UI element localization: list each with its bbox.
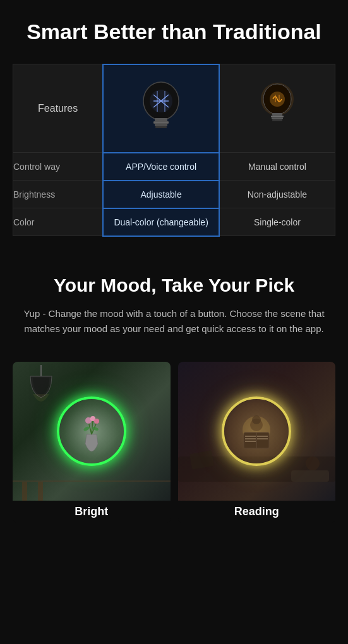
features-label-cell: Features [13,64,104,153]
bright-circle [57,397,126,466]
reading-svg [231,406,282,456]
smart-brightness-value: Adjustable [103,181,219,208]
svg-rect-7 [155,118,167,121]
smart-color-value: Dual-color (changeable) [103,208,219,236]
table-row-images: Features [13,64,335,153]
comparison-table: Features [13,64,335,237]
main-title: Smart Better than Traditional [13,19,335,45]
smart-bulb-container [104,65,219,152]
mood-title: Your Mood, Take Your Pick [13,275,335,296]
smart-bulb-image-cell [103,64,219,153]
traditional-bulb-image-cell [219,64,335,153]
flowers-svg [66,406,117,456]
header-section: Smart Better than Traditional [0,0,348,57]
reading-bg [178,362,336,501]
row-label-control: Control way [13,153,104,181]
bright-circle-inner [59,399,124,463]
reading-circle [222,397,291,466]
svg-point-31 [83,426,90,431]
traditional-brightness-value: Non-adjustable [219,181,335,208]
mood-description: Yup - Change the mood with a touch of a … [13,306,335,337]
bright-card: Bright [13,362,171,523]
bright-label: Bright [75,505,108,518]
traditional-color-value: Single-color [219,208,335,236]
smart-bulb-svg [136,77,186,140]
bright-bg [13,362,171,501]
reading-circle-inner [224,399,289,463]
traditional-bulb-svg [255,78,299,138]
mood-images-section: Bright [0,349,348,542]
table-row-control: Control way APP/Voice control Manual con… [13,153,335,181]
comparison-section: Features [0,57,348,256]
row-label-color: Color [13,208,104,236]
row-label-brightness: Brightness [13,181,104,208]
svg-rect-18 [272,113,282,116]
svg-point-6 [150,90,172,112]
svg-point-42 [252,415,261,424]
features-label: Features [38,103,78,114]
svg-rect-23 [272,119,282,121]
reading-label: Reading [234,505,279,518]
smart-control-value: APP/Voice control [103,153,219,181]
reading-card: Reading [178,362,336,523]
traditional-control-value: Manual control [219,153,335,181]
table-row-color: Color Dual-color (changeable) Single-col… [13,208,335,236]
pendant-lamp-svg [24,365,59,415]
table-row-brightness: Brightness Adjustable Non-adjustable [13,181,335,208]
svg-rect-12 [155,126,167,128]
traditional-bulb-container [220,64,335,152]
mood-section: Your Mood, Take Your Pick Yup - Change t… [0,256,348,349]
svg-point-30 [94,419,99,424]
